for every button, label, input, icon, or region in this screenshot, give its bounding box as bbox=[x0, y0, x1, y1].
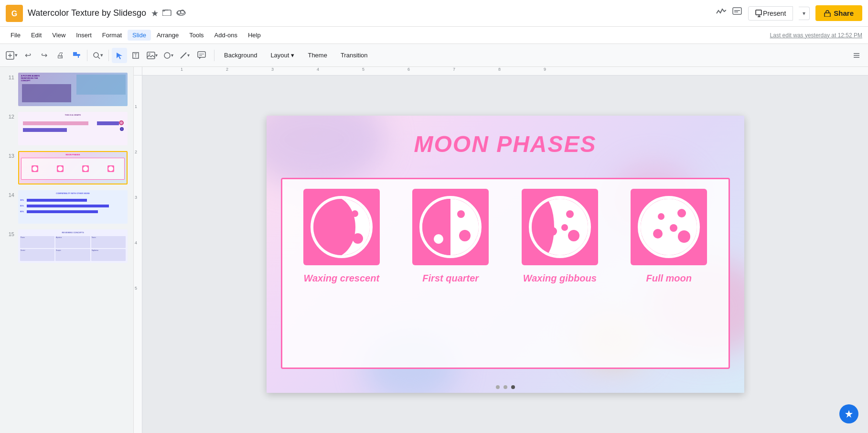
menu-insert[interactable]: Insert bbox=[71, 30, 96, 41]
svg-line-24 bbox=[181, 53, 186, 58]
slide-preview-15: REVIEWING CONCEPTS Pisces Aquarius Tauru… bbox=[18, 229, 128, 263]
divider3 bbox=[214, 50, 214, 61]
menu-edit[interactable]: Edit bbox=[26, 30, 46, 41]
ruler-horizontal: 1 2 3 4 5 6 7 8 9 bbox=[134, 67, 868, 76]
slide[interactable]: MOON PHASES bbox=[267, 116, 744, 393]
menu-format[interactable]: Format bbox=[97, 30, 127, 41]
svg-rect-12 bbox=[825, 13, 830, 17]
slide-thumb-15[interactable]: 15 REVIEWING CONCEPTS Pisces Aquarius Ta… bbox=[4, 227, 129, 265]
slide-num-11: 11 bbox=[6, 73, 14, 80]
quarter-right-half bbox=[450, 199, 479, 255]
share-label: Share bbox=[834, 9, 854, 17]
svg-line-18 bbox=[98, 57, 100, 59]
present-button[interactable]: Present bbox=[748, 6, 793, 21]
line-tool-button[interactable]: ▾ bbox=[177, 48, 192, 63]
moon-label-waxing-gibbous: Waxing gibbous bbox=[523, 273, 597, 284]
menu-slide[interactable]: Slide bbox=[128, 30, 151, 41]
shapes-tool-button[interactable]: ▾ bbox=[161, 48, 176, 63]
gibbous-inner bbox=[532, 199, 588, 255]
canvas-area: 1 2 3 4 5 6 7 8 9 1 2 3 4 5 bbox=[134, 67, 868, 433]
moon-item-full-moon: Full moon bbox=[631, 189, 707, 284]
zoom-button[interactable]: ▾ bbox=[90, 48, 106, 63]
folder-icon[interactable] bbox=[162, 8, 172, 18]
transition-button[interactable]: Transition bbox=[335, 48, 374, 63]
star-icon[interactable]: ★ bbox=[151, 8, 159, 19]
moon-label-first-quarter: First quarter bbox=[422, 273, 479, 284]
undo-button[interactable]: ↩ bbox=[20, 48, 35, 63]
slide-panel: 11 A PICTURE ALWAYSREINFORCES THECONCEPT… bbox=[0, 67, 134, 433]
slide-thumb-12[interactable]: 12 THIS IS A GRAPH bbox=[4, 110, 129, 147]
moon-circle-waxing-gibbous bbox=[529, 196, 591, 258]
present-dropdown-button[interactable]: ▾ bbox=[799, 7, 810, 20]
slide-title: MOON PHASES bbox=[414, 131, 596, 157]
crescent-inner bbox=[313, 199, 370, 255]
paint-format-button[interactable] bbox=[69, 48, 84, 63]
canvas-wrapper: 1 2 3 4 5 MOON PHASES bbox=[134, 76, 868, 433]
layout-dropdown-icon: ▾ bbox=[291, 52, 294, 59]
quarter-dot-3 bbox=[434, 221, 440, 228]
svg-rect-9 bbox=[756, 10, 761, 15]
svg-rect-16 bbox=[73, 52, 77, 56]
cloud-icon[interactable] bbox=[176, 8, 186, 18]
slide-num-13: 13 bbox=[6, 151, 14, 159]
print-button[interactable]: 🖨 bbox=[53, 48, 68, 63]
moon-circle-waxing-crescent bbox=[311, 196, 373, 258]
slide-num-14: 14 bbox=[6, 190, 14, 198]
moon-icon-first-quarter bbox=[412, 189, 489, 265]
add-slide-button[interactable]: ▾ bbox=[4, 48, 19, 63]
menu-tools[interactable]: Tools bbox=[184, 30, 208, 41]
svg-point-17 bbox=[94, 53, 98, 57]
redo-button[interactable]: ↪ bbox=[36, 48, 52, 63]
ruler-corner bbox=[134, 67, 142, 76]
theme-button[interactable]: Theme bbox=[302, 48, 332, 63]
svg-rect-21 bbox=[147, 52, 155, 59]
title-bar: G Watercolor Texture by Slidesgo ★ Prese… bbox=[0, 0, 868, 27]
full-moon-dot-2 bbox=[677, 209, 686, 217]
comment-button[interactable] bbox=[732, 7, 742, 20]
last-edit-info: Last edit was yesterday at 12:52 PM bbox=[770, 32, 862, 39]
layout-button[interactable]: Layout ▾ bbox=[265, 48, 300, 63]
slide-canvas[interactable]: MOON PHASES bbox=[142, 76, 868, 433]
full-moon-inner bbox=[641, 199, 697, 255]
slide-num-12: 12 bbox=[6, 112, 14, 119]
divider2 bbox=[108, 50, 109, 61]
nav-dot-3 bbox=[511, 385, 515, 389]
nav-dot-2 bbox=[504, 385, 507, 389]
select-tool-button[interactable] bbox=[112, 48, 127, 63]
gibbous-dot-1 bbox=[568, 230, 579, 241]
quarter-dot-2 bbox=[457, 210, 465, 218]
slide-thumb-14[interactable]: 14 COMPATIBILITY WITH OTHER SIGNS 30% 85… bbox=[4, 188, 129, 226]
smart-compose-button[interactable] bbox=[839, 404, 858, 423]
image-tool-button[interactable]: ▾ bbox=[144, 48, 160, 63]
slide-num-15: 15 bbox=[6, 229, 14, 237]
background-button[interactable]: Background bbox=[218, 48, 263, 63]
slide-preview-14: COMPATIBILITY WITH OTHER SIGNS 30% 85% 8… bbox=[18, 190, 128, 224]
moon-item-waxing-crescent: Waxing crescent bbox=[303, 189, 380, 284]
comment-tool-button[interactable] bbox=[193, 48, 210, 63]
svg-text:G: G bbox=[11, 10, 17, 18]
sidebar-toggle-button[interactable] bbox=[849, 48, 864, 63]
slide-thumb-13[interactable]: 13 MOON PHASES bbox=[4, 149, 129, 186]
activity-button[interactable] bbox=[716, 7, 726, 20]
toolbar-group-basic: ▾ ↩ ↪ 🖨 ▾ T ▾ ▾ bbox=[4, 48, 210, 63]
slide-thumb-11[interactable]: 11 A PICTURE ALWAYSREINFORCES THECONCEPT bbox=[4, 71, 129, 108]
ruler-vertical: 1 2 3 4 5 bbox=[134, 76, 142, 433]
menu-view[interactable]: View bbox=[47, 30, 70, 41]
menu-addons[interactable]: Add-ons bbox=[210, 30, 242, 41]
moon-label-waxing-crescent: Waxing crescent bbox=[303, 273, 379, 284]
svg-text:T: T bbox=[134, 53, 137, 58]
text-tool-button[interactable]: T bbox=[128, 48, 143, 63]
gibbous-dot-2 bbox=[566, 210, 574, 218]
quarter-dot-1 bbox=[459, 230, 471, 241]
moon-item-first-quarter: First quarter bbox=[412, 189, 489, 284]
menu-help[interactable]: Help bbox=[243, 30, 266, 41]
share-button[interactable]: Share bbox=[815, 5, 862, 21]
gibbous-dot-3 bbox=[561, 224, 568, 231]
title-icons: ★ bbox=[151, 8, 186, 19]
menu-file[interactable]: File bbox=[6, 30, 25, 41]
svg-rect-25 bbox=[198, 52, 205, 57]
moon-icon-full-moon bbox=[631, 189, 707, 265]
menu-arrange[interactable]: Arrange bbox=[152, 30, 183, 41]
full-moon-dot-5 bbox=[658, 213, 664, 220]
full-moon-dot-3 bbox=[670, 224, 677, 232]
